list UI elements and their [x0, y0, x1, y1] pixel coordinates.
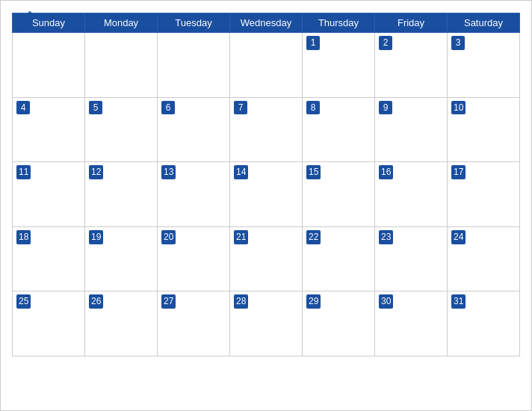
calendar-cell: 25 — [13, 291, 85, 356]
day-number: 18 — [16, 230, 31, 244]
calendar-container: SundayMondayTuesdayWednesdayThursdayFrid… — [0, 0, 532, 411]
calendar-cell: 9 — [375, 97, 448, 162]
day-number: 8 — [306, 101, 320, 115]
day-number: 30 — [379, 294, 393, 309]
calendar-cell: 11 — [13, 162, 85, 227]
calendar-cell: 15 — [303, 162, 375, 227]
weekday-header-saturday: Saturday — [448, 13, 520, 33]
day-number: 28 — [234, 294, 248, 309]
calendar-cell: 18 — [13, 226, 85, 291]
calendar-cell: 31 — [448, 291, 520, 356]
day-number: 20 — [161, 230, 176, 244]
day-number: 14 — [234, 165, 248, 179]
day-number: 27 — [161, 294, 176, 309]
calendar-cell: 1 — [303, 33, 375, 98]
weekday-header-row: SundayMondayTuesdayWednesdayThursdayFrid… — [13, 13, 520, 33]
calendar-cell — [85, 33, 158, 98]
day-number: 12 — [89, 165, 103, 179]
calendar-cell: 14 — [230, 162, 303, 227]
day-number: 11 — [16, 165, 31, 179]
weekday-header-tuesday: Tuesday — [158, 13, 230, 33]
calendar-cell: 5 — [85, 97, 158, 162]
calendar-cell: 19 — [85, 226, 158, 291]
calendar-week-row: 123 — [13, 33, 520, 98]
day-number: 7 — [234, 101, 247, 115]
calendar-cell: 6 — [158, 97, 230, 162]
calendar-cell: 22 — [303, 226, 375, 291]
day-number: 13 — [161, 165, 176, 179]
day-number: 22 — [306, 230, 321, 244]
calendar-cell — [158, 33, 230, 98]
calendar-cell: 10 — [448, 97, 520, 162]
calendar-cell: 23 — [375, 226, 448, 291]
day-number: 19 — [89, 230, 103, 244]
calendar-week-row: 18192021222324 — [13, 226, 520, 291]
weekday-header-thursday: Thursday — [303, 13, 375, 33]
calendar-cell: 24 — [448, 226, 520, 291]
day-number: 10 — [451, 101, 466, 115]
calendar-week-row: 25262728293031 — [13, 291, 520, 356]
logo-bird-icon — [14, 8, 35, 23]
weekday-header-wednesday: Wednesday — [230, 13, 303, 33]
day-number: 16 — [379, 165, 393, 179]
day-number: 17 — [451, 165, 466, 179]
day-number: 2 — [379, 36, 392, 50]
calendar-cell: 21 — [230, 226, 303, 291]
calendar-cell: 30 — [375, 291, 448, 356]
day-number: 29 — [306, 294, 321, 309]
svg-marker-0 — [14, 11, 34, 22]
day-number: 3 — [451, 36, 465, 50]
day-number: 4 — [16, 101, 30, 115]
calendar-cell: 7 — [230, 97, 303, 162]
calendar-week-row: 45678910 — [13, 97, 520, 162]
day-number: 9 — [379, 101, 392, 115]
calendar-cell: 17 — [448, 162, 520, 227]
calendar-table: SundayMondayTuesdayWednesdayThursdayFrid… — [12, 13, 520, 356]
calendar-cell: 29 — [303, 291, 375, 356]
day-number: 6 — [161, 101, 175, 115]
weekday-header-monday: Monday — [85, 13, 158, 33]
day-number: 31 — [451, 294, 466, 309]
weekday-header-friday: Friday — [375, 13, 448, 33]
calendar-cell: 8 — [303, 97, 375, 162]
calendar-cell: 28 — [230, 291, 303, 356]
calendar-cell — [13, 33, 85, 98]
calendar-cell: 26 — [85, 291, 158, 356]
calendar-cell: 4 — [13, 97, 85, 162]
day-number: 26 — [89, 294, 103, 309]
day-number: 23 — [379, 230, 393, 244]
calendar-cell — [230, 33, 303, 98]
day-number: 5 — [89, 101, 102, 115]
day-number: 15 — [306, 165, 321, 179]
day-number: 25 — [16, 294, 31, 309]
day-number: 24 — [451, 230, 466, 244]
logo-area — [12, 8, 35, 23]
calendar-cell: 16 — [375, 162, 448, 227]
day-number: 1 — [306, 36, 320, 50]
calendar-week-row: 11121314151617 — [13, 162, 520, 227]
day-number: 21 — [234, 230, 248, 244]
calendar-cell: 2 — [375, 33, 448, 98]
calendar-cell: 20 — [158, 226, 230, 291]
calendar-cell: 13 — [158, 162, 230, 227]
calendar-cell: 12 — [85, 162, 158, 227]
calendar-cell: 27 — [158, 291, 230, 356]
calendar-cell: 3 — [448, 33, 520, 98]
